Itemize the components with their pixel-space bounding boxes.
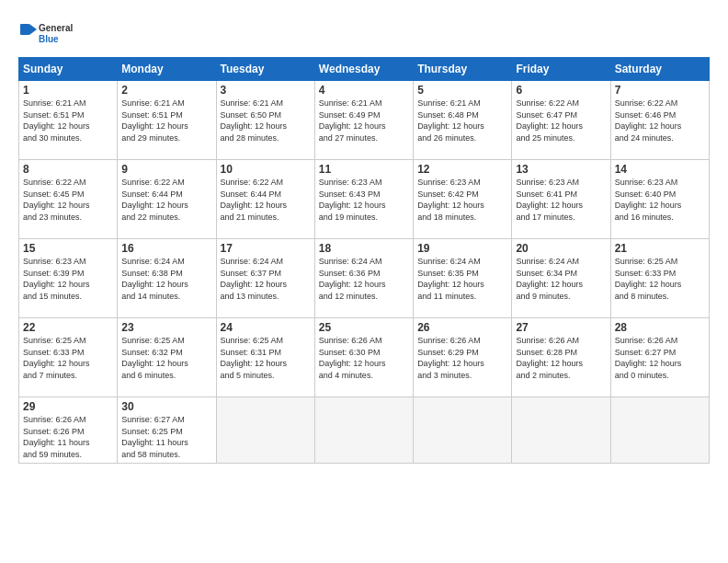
calendar-cell (314, 397, 413, 464)
weekday-header-row: SundayMondayTuesdayWednesdayThursdayFrid… (19, 58, 710, 81)
calendar-cell: 10Sunrise: 6:22 AM Sunset: 6:44 PM Dayli… (216, 160, 314, 239)
day-info: Sunrise: 6:24 AM Sunset: 6:36 PM Dayligh… (319, 256, 409, 302)
day-number: 12 (417, 163, 507, 176)
day-number: 7 (615, 84, 705, 97)
svg-marker-2 (29, 24, 37, 35)
calendar-cell: 21Sunrise: 6:25 AM Sunset: 6:33 PM Dayli… (610, 239, 709, 318)
calendar-cell (610, 397, 709, 464)
calendar-cell: 17Sunrise: 6:24 AM Sunset: 6:37 PM Dayli… (216, 239, 314, 318)
day-number: 9 (121, 163, 211, 176)
calendar-cell: 8Sunrise: 6:22 AM Sunset: 6:45 PM Daylig… (19, 160, 118, 239)
calendar-cell: 13Sunrise: 6:23 AM Sunset: 6:41 PM Dayli… (512, 160, 610, 239)
day-info: Sunrise: 6:22 AM Sunset: 6:47 PM Dayligh… (516, 98, 606, 144)
day-number: 13 (516, 163, 606, 176)
calendar-cell: 5Sunrise: 6:21 AM Sunset: 6:48 PM Daylig… (414, 81, 512, 160)
calendar-cell: 12Sunrise: 6:23 AM Sunset: 6:42 PM Dayli… (414, 160, 512, 239)
day-info: Sunrise: 6:25 AM Sunset: 6:33 PM Dayligh… (615, 256, 705, 302)
calendar-page: General Blue SundayMondayTuesdayWednesda… (0, 0, 728, 563)
svg-rect-3 (20, 24, 29, 35)
day-number: 23 (121, 321, 211, 334)
calendar-cell: 9Sunrise: 6:22 AM Sunset: 6:44 PM Daylig… (118, 160, 216, 239)
day-info: Sunrise: 6:24 AM Sunset: 6:35 PM Dayligh… (417, 256, 507, 302)
weekday-header-saturday: Saturday (610, 58, 709, 81)
day-info: Sunrise: 6:25 AM Sunset: 6:33 PM Dayligh… (23, 335, 113, 381)
calendar-cell (512, 397, 610, 464)
day-info: Sunrise: 6:21 AM Sunset: 6:51 PM Dayligh… (23, 98, 113, 144)
day-number: 11 (319, 163, 409, 176)
svg-text:Blue: Blue (39, 34, 59, 44)
calendar-cell: 19Sunrise: 6:24 AM Sunset: 6:35 PM Dayli… (414, 239, 512, 318)
day-info: Sunrise: 6:22 AM Sunset: 6:44 PM Dayligh… (121, 177, 211, 223)
week-row-3: 15Sunrise: 6:23 AM Sunset: 6:39 PM Dayli… (19, 239, 710, 318)
calendar-cell: 14Sunrise: 6:23 AM Sunset: 6:40 PM Dayli… (610, 160, 709, 239)
day-number: 3 (221, 84, 311, 97)
day-number: 2 (121, 84, 211, 97)
day-info: Sunrise: 6:23 AM Sunset: 6:42 PM Dayligh… (417, 177, 507, 223)
day-info: Sunrise: 6:26 AM Sunset: 6:29 PM Dayligh… (417, 335, 507, 381)
day-number: 6 (516, 84, 606, 97)
day-number: 27 (516, 321, 606, 334)
calendar-cell: 27Sunrise: 6:26 AM Sunset: 6:28 PM Dayli… (512, 318, 610, 397)
day-info: Sunrise: 6:22 AM Sunset: 6:44 PM Dayligh… (221, 177, 311, 223)
day-info: Sunrise: 6:22 AM Sunset: 6:46 PM Dayligh… (615, 98, 705, 144)
calendar-body: 1Sunrise: 6:21 AM Sunset: 6:51 PM Daylig… (19, 81, 710, 464)
day-info: Sunrise: 6:21 AM Sunset: 6:48 PM Dayligh… (417, 98, 507, 144)
calendar-cell: 26Sunrise: 6:26 AM Sunset: 6:29 PM Dayli… (414, 318, 512, 397)
calendar-cell: 16Sunrise: 6:24 AM Sunset: 6:38 PM Dayli… (118, 239, 216, 318)
day-number: 1 (23, 84, 113, 97)
day-info: Sunrise: 6:24 AM Sunset: 6:34 PM Dayligh… (516, 256, 606, 302)
calendar-cell (216, 397, 314, 464)
weekday-header-thursday: Thursday (414, 58, 512, 81)
day-info: Sunrise: 6:26 AM Sunset: 6:26 PM Dayligh… (23, 414, 113, 460)
week-row-4: 22Sunrise: 6:25 AM Sunset: 6:33 PM Dayli… (19, 318, 710, 397)
day-info: Sunrise: 6:21 AM Sunset: 6:49 PM Dayligh… (319, 98, 409, 144)
day-number: 26 (417, 321, 507, 334)
day-info: Sunrise: 6:24 AM Sunset: 6:37 PM Dayligh… (221, 256, 311, 302)
day-number: 20 (516, 242, 606, 255)
day-info: Sunrise: 6:23 AM Sunset: 6:41 PM Dayligh… (516, 177, 606, 223)
day-info: Sunrise: 6:26 AM Sunset: 6:30 PM Dayligh… (319, 335, 409, 381)
calendar-cell: 7Sunrise: 6:22 AM Sunset: 6:46 PM Daylig… (610, 81, 709, 160)
week-row-5: 29Sunrise: 6:26 AM Sunset: 6:26 PM Dayli… (19, 397, 710, 464)
svg-text:General: General (39, 23, 73, 33)
calendar-table: SundayMondayTuesdayWednesdayThursdayFrid… (18, 57, 710, 464)
day-number: 4 (319, 84, 409, 97)
weekday-header-sunday: Sunday (19, 58, 118, 81)
day-number: 29 (23, 400, 113, 413)
day-info: Sunrise: 6:21 AM Sunset: 6:50 PM Dayligh… (221, 98, 311, 144)
day-number: 19 (417, 242, 507, 255)
calendar-cell: 6Sunrise: 6:22 AM Sunset: 6:47 PM Daylig… (512, 81, 610, 160)
day-info: Sunrise: 6:23 AM Sunset: 6:40 PM Dayligh… (615, 177, 705, 223)
calendar-cell: 3Sunrise: 6:21 AM Sunset: 6:50 PM Daylig… (216, 81, 314, 160)
calendar-cell: 2Sunrise: 6:21 AM Sunset: 6:51 PM Daylig… (118, 81, 216, 160)
day-info: Sunrise: 6:24 AM Sunset: 6:38 PM Dayligh… (121, 256, 211, 302)
week-row-2: 8Sunrise: 6:22 AM Sunset: 6:45 PM Daylig… (19, 160, 710, 239)
calendar-cell: 18Sunrise: 6:24 AM Sunset: 6:36 PM Dayli… (314, 239, 413, 318)
day-number: 16 (121, 242, 211, 255)
weekday-header-friday: Friday (512, 58, 610, 81)
day-info: Sunrise: 6:27 AM Sunset: 6:25 PM Dayligh… (121, 414, 211, 460)
header: General Blue (18, 17, 710, 50)
day-number: 28 (615, 321, 705, 334)
weekday-header-wednesday: Wednesday (314, 58, 413, 81)
calendar-cell: 11Sunrise: 6:23 AM Sunset: 6:43 PM Dayli… (314, 160, 413, 239)
day-number: 18 (319, 242, 409, 255)
day-number: 14 (615, 163, 705, 176)
weekday-header-tuesday: Tuesday (216, 58, 314, 81)
calendar-cell: 15Sunrise: 6:23 AM Sunset: 6:39 PM Dayli… (19, 239, 118, 318)
day-number: 22 (23, 321, 113, 334)
calendar-cell: 1Sunrise: 6:21 AM Sunset: 6:51 PM Daylig… (19, 81, 118, 160)
day-number: 30 (121, 400, 211, 413)
logo: General Blue (18, 17, 74, 50)
calendar-cell: 24Sunrise: 6:25 AM Sunset: 6:31 PM Dayli… (216, 318, 314, 397)
week-row-1: 1Sunrise: 6:21 AM Sunset: 6:51 PM Daylig… (19, 81, 710, 160)
day-info: Sunrise: 6:23 AM Sunset: 6:43 PM Dayligh… (319, 177, 409, 223)
weekday-header-monday: Monday (118, 58, 216, 81)
day-number: 21 (615, 242, 705, 255)
day-number: 10 (221, 163, 311, 176)
logo-svg: General Blue (18, 17, 74, 50)
calendar-cell: 23Sunrise: 6:25 AM Sunset: 6:32 PM Dayli… (118, 318, 216, 397)
day-info: Sunrise: 6:23 AM Sunset: 6:39 PM Dayligh… (23, 256, 113, 302)
calendar-cell: 4Sunrise: 6:21 AM Sunset: 6:49 PM Daylig… (314, 81, 413, 160)
calendar-cell: 30Sunrise: 6:27 AM Sunset: 6:25 PM Dayli… (118, 397, 216, 464)
